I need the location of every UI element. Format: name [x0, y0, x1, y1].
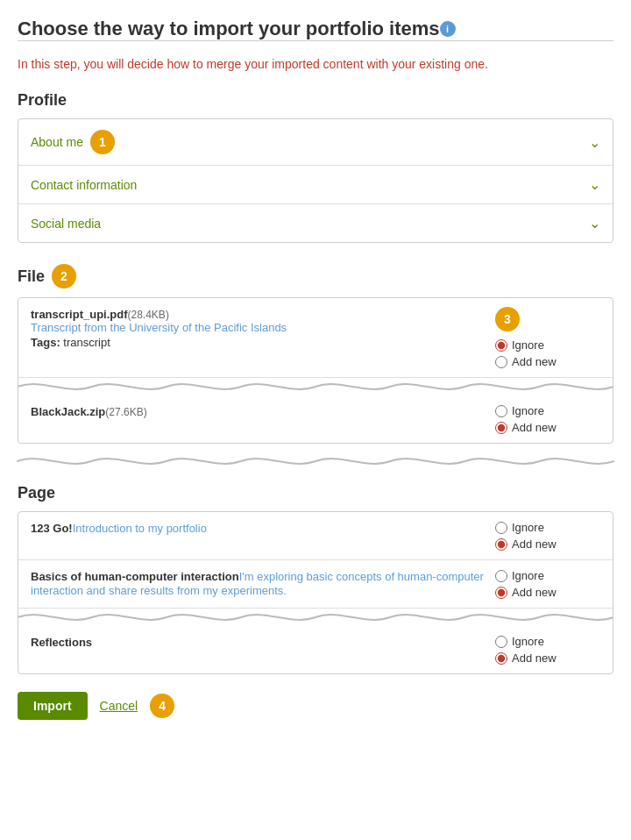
import-button[interactable]: Import: [18, 692, 88, 720]
contact-text: Contact information: [31, 178, 137, 192]
file-label: File: [18, 267, 45, 286]
header-divider: [18, 40, 613, 41]
profile-label: Profile: [18, 91, 67, 110]
cancel-button[interactable]: Cancel: [100, 699, 138, 713]
radio-addnew-123[interactable]: Add new: [495, 537, 557, 551]
badge-2: 2: [52, 264, 76, 288]
page-name-reflections: Reflections: [31, 636, 92, 649]
wave-divider-file: [18, 378, 613, 395]
radio-ignore-transcript[interactable]: Ignore: [495, 338, 544, 352]
radio-addnew-blackjack[interactable]: Add new: [495, 421, 557, 434]
page-info-reflections: Reflections: [31, 635, 495, 649]
about-me-text: About me: [31, 135, 83, 149]
page-table: 123 Go!Introduction to my portfolio Igno…: [18, 511, 613, 674]
radio-ignore-basics[interactable]: Ignore: [495, 569, 544, 582]
radio-ignore-reflections[interactable]: Ignore: [495, 635, 544, 648]
table-row: Reflections Ignore Add new: [18, 626, 613, 673]
chevron-icon-about-me: ⌄: [589, 134, 600, 151]
file-name-transcript: transcript_upi.pdf(28.4KB): [31, 307, 486, 321]
subtitle: In this step, you will decide how to mer…: [18, 55, 613, 74]
page-options-basics: Ignore Add new: [495, 569, 600, 599]
accordion-label-about-me: About me 1: [31, 130, 115, 154]
page-desc-123: Introduction to my portfolio: [73, 522, 207, 535]
page-info-123: 123 Go!Introduction to my portfolio: [31, 521, 495, 535]
table-row: BlackJack.zip(27.6KB) Ignore Add new: [18, 395, 613, 443]
radio-ignore-123[interactable]: Ignore: [495, 521, 544, 534]
page-options-reflections: Ignore Add new: [495, 635, 600, 665]
page-name-basics: Basics of human-computer interaction: [31, 570, 239, 583]
file-table: transcript_upi.pdf(28.4KB) Transcript fr…: [18, 297, 613, 444]
wave-divider-between: [17, 452, 614, 470]
chevron-icon-social: ⌄: [589, 215, 600, 231]
page-info-basics: Basics of human-computer interactionI'm …: [31, 569, 495, 597]
accordion-item-contact[interactable]: Contact information ⌄: [18, 166, 613, 204]
file-section-title: File 2: [18, 264, 613, 288]
badge-4: 4: [150, 694, 174, 718]
social-text: Social media: [31, 217, 101, 231]
accordion-item-about-me[interactable]: About me 1 ⌄: [18, 119, 613, 166]
page-section-title: Page: [18, 484, 613, 502]
radio-ignore-blackjack[interactable]: Ignore: [495, 404, 544, 417]
file-options-transcript: 3 Ignore Add new: [495, 307, 600, 368]
radio-addnew-transcript[interactable]: Add new: [495, 355, 557, 368]
accordion-label-contact: Contact information: [31, 178, 137, 192]
page-options-123: Ignore Add new: [495, 521, 600, 551]
badge-3: 3: [495, 307, 520, 331]
page-header: Choose the way to import your portfolio …: [18, 18, 613, 40]
wave-divider-page: [18, 609, 613, 626]
page-name-123: 123 Go!: [31, 522, 73, 535]
badge-1: 1: [90, 130, 115, 154]
page-title: Choose the way to import your portfolio …: [18, 18, 440, 40]
table-row: 123 Go!Introduction to my portfolio Igno…: [18, 512, 613, 560]
footer: Import Cancel 4: [18, 692, 613, 720]
file-desc-transcript: Transcript from the University of the Pa…: [31, 321, 486, 334]
info-icon[interactable]: i: [440, 21, 456, 37]
file-info-blackjack: BlackJack.zip(27.6KB): [31, 404, 495, 418]
file-tags-transcript: Tags: transcript: [31, 336, 486, 349]
file-info-transcript: transcript_upi.pdf(28.4KB) Transcript fr…: [31, 307, 495, 349]
radio-addnew-reflections[interactable]: Add new: [495, 651, 557, 665]
file-name-blackjack: BlackJack.zip(27.6KB): [31, 404, 486, 418]
chevron-icon-contact: ⌄: [589, 176, 600, 193]
page-label: Page: [18, 484, 55, 502]
table-row: transcript_upi.pdf(28.4KB) Transcript fr…: [18, 298, 613, 378]
radio-addnew-basics[interactable]: Add new: [495, 586, 557, 599]
accordion-label-social: Social media: [31, 217, 101, 231]
table-row: Basics of human-computer interactionI'm …: [18, 560, 613, 609]
accordion-item-social[interactable]: Social media ⌄: [18, 204, 613, 242]
file-options-blackjack: Ignore Add new: [495, 404, 600, 434]
profile-section-title: Profile: [18, 91, 613, 110]
profile-accordion: About me 1 ⌄ Contact information ⌄ Socia…: [18, 118, 613, 243]
